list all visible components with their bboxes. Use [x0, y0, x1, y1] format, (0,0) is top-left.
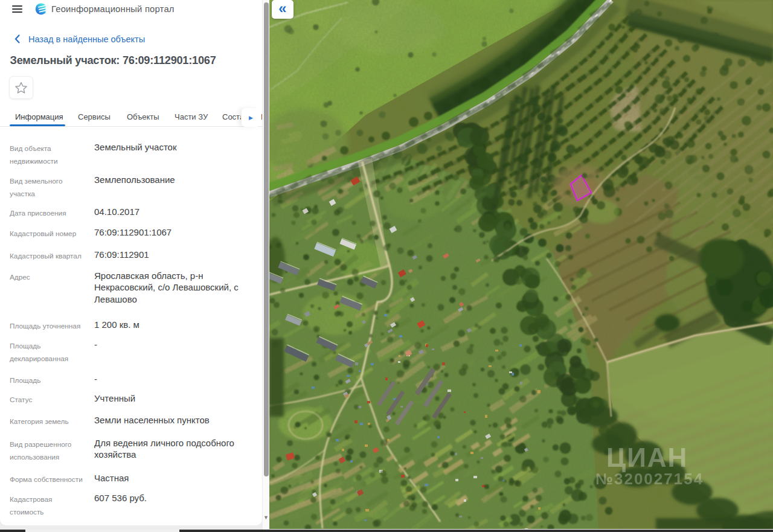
- svg-text:№320027154: №320027154: [595, 470, 704, 488]
- svg-text:ЦИАН: ЦИАН: [606, 443, 688, 472]
